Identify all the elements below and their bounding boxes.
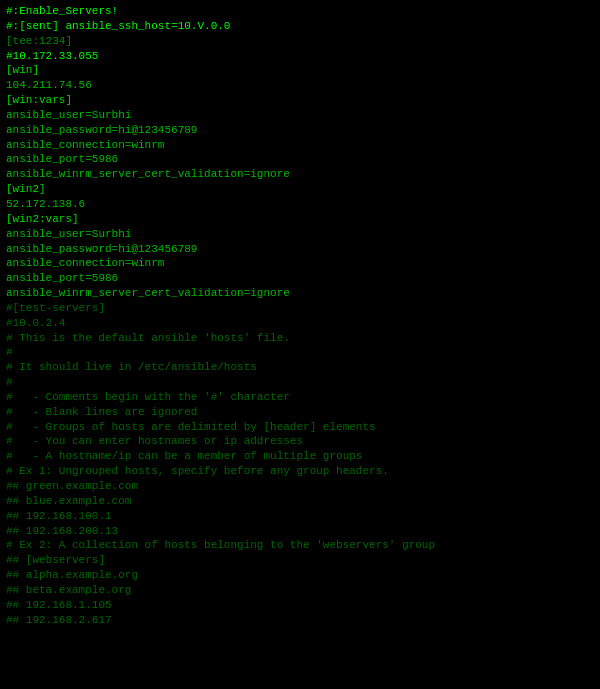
terminal-line: [tee:1234] [6,34,594,49]
terminal-line: ## 192.168.1.105 [6,598,594,613]
terminal-line: #:[sent] ansible_ssh_host=10.V.0.0 [6,19,594,34]
terminal-line: ## green.example.com [6,479,594,494]
terminal-window: #:Enable_Servers!#:[sent] ansible_ssh_ho… [0,0,600,689]
terminal-line: #:Enable_Servers! [6,4,594,19]
terminal-line: ## [webservers] [6,553,594,568]
terminal-line: 52.172.138.6 [6,197,594,212]
terminal-line: ansible_user=Surbhi [6,108,594,123]
terminal-line: ansible_connection=winrm [6,256,594,271]
terminal-line: ansible_port=5986 [6,271,594,286]
terminal-line: [win2] [6,182,594,197]
terminal-line: ansible_port=5986 [6,152,594,167]
terminal-line: # - A hostname/ip can be a member of mul… [6,449,594,464]
terminal-line: ## 192.168.200.13 [6,524,594,539]
terminal-line: 104.211.74.56 [6,78,594,93]
terminal-line: ansible_connection=winrm [6,138,594,153]
terminal-line: # [6,345,594,360]
terminal-line: # - You can enter hostnames or ip addres… [6,434,594,449]
terminal-line: ansible_winrm_server_cert_validation=ign… [6,286,594,301]
terminal-line: ## 192.168.2.617 [6,613,594,628]
terminal-line: [win:vars] [6,93,594,108]
terminal-line: ansible_winrm_server_cert_validation=ign… [6,167,594,182]
terminal-line: ## alpha.example.org [6,568,594,583]
terminal-line: # Ex 1: Ungrouped hosts, specify before … [6,464,594,479]
terminal-line: #10.172.33.055 [6,49,594,64]
terminal-line: ## 192.168.100.1 [6,509,594,524]
terminal-line: # This is the default ansible 'hosts' fi… [6,331,594,346]
terminal-line: ansible_password=hi@123456789 [6,123,594,138]
terminal-line: # It should live in /etc/ansible/hosts [6,360,594,375]
terminal-line: # [6,375,594,390]
terminal-line: # Ex 2: A collection of hosts belonging … [6,538,594,553]
terminal-line: [win] [6,63,594,78]
terminal-line: # - Comments begin with the '#' characte… [6,390,594,405]
terminal-line: # - Blank lines are ignored [6,405,594,420]
terminal-line: # - Groups of hosts are delimited by [he… [6,420,594,435]
terminal-line: #10.0.2.4 [6,316,594,331]
terminal-line: ansible_user=Surbhi [6,227,594,242]
terminal-line: ansible_password=hi@123456789 [6,242,594,257]
terminal-line: ## beta.example.org [6,583,594,598]
terminal-line: #[test-servers] [6,301,594,316]
terminal-line: [win2:vars] [6,212,594,227]
terminal-line: ## blue.example.com [6,494,594,509]
